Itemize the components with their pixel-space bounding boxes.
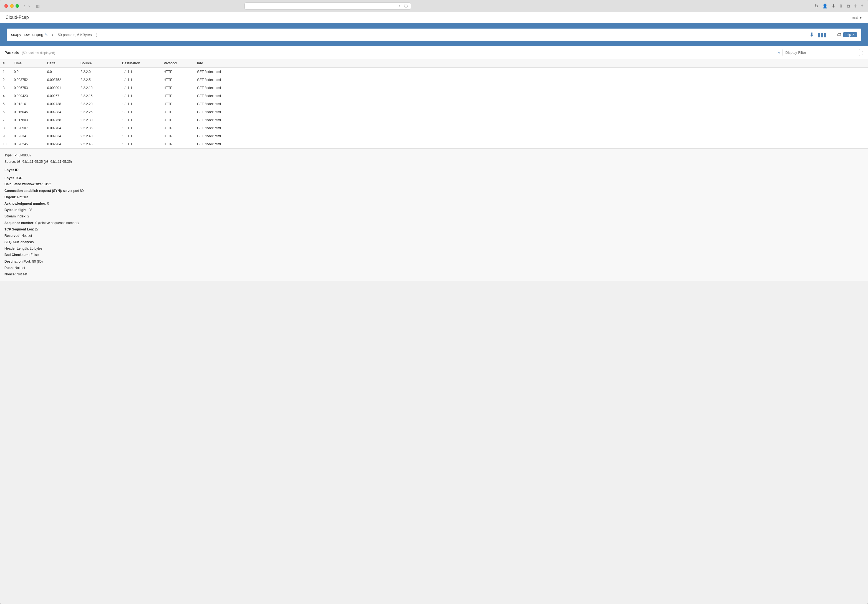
filter-clear-icon[interactable]: 〉 xyxy=(862,50,863,55)
maximize-button[interactable] xyxy=(16,4,19,8)
cell-num: 8 xyxy=(0,124,11,132)
cell-source: 2.2.2.30 xyxy=(78,116,119,124)
reader-view-button[interactable]: ▦ xyxy=(34,3,41,9)
cell-dest: 1.1.1.1 xyxy=(119,116,161,124)
col-header-source: Source xyxy=(78,59,119,68)
field-label: Sequence number: xyxy=(5,221,34,225)
field-value: 80 (80) xyxy=(32,260,43,263)
cell-time: 0.026245 xyxy=(11,140,44,148)
cell-num: 1 xyxy=(0,68,11,76)
tcp-field-row: Acknowledgment number: 0 xyxy=(5,201,863,207)
table-row[interactable]: 2 0.003752 0.003752 2.2.2.5 1.1.1.1 HTTP… xyxy=(0,76,868,84)
field-value: Not set xyxy=(17,272,27,276)
filter-bar: ▿ 〉 xyxy=(778,49,863,56)
field-value: False xyxy=(31,253,39,257)
refresh-icon[interactable]: ↻ xyxy=(398,4,402,8)
table-row[interactable]: 1 0.0 0.0 2.2.2.0 1.1.1.1 HTTP GET /inde… xyxy=(0,68,868,76)
cell-num: 5 xyxy=(0,100,11,108)
reload-icon-btn[interactable]: ↻ xyxy=(814,3,819,9)
cell-proto: HTTP xyxy=(161,132,194,140)
new-tab-button[interactable]: + xyxy=(860,3,863,9)
minimize-button[interactable] xyxy=(10,4,14,8)
cell-proto: HTTP xyxy=(161,68,194,76)
cell-time: 0.017803 xyxy=(11,116,44,124)
close-button[interactable] xyxy=(5,4,8,8)
download-manager-btn[interactable]: ⬇ xyxy=(831,3,836,9)
table-row[interactable]: 3 0.006753 0.003001 2.2.2.10 1.1.1.1 HTT… xyxy=(0,84,868,92)
traffic-lights xyxy=(5,4,19,8)
field-label: Calculated window size: xyxy=(5,182,43,186)
cell-info: GET /index.html xyxy=(194,76,868,84)
chart-icon[interactable]: ▮▮▮ xyxy=(817,31,827,38)
table-row[interactable]: 5 0.012161 0.002738 2.2.2.20 1.1.1.1 HTT… xyxy=(0,100,868,108)
table-row[interactable]: 7 0.017803 0.002758 2.2.2.30 1.1.1.1 HTT… xyxy=(0,116,868,124)
cell-proto: HTTP xyxy=(161,76,194,84)
cell-num: 6 xyxy=(0,108,11,116)
cell-dest: 1.1.1.1 xyxy=(119,84,161,92)
layer-ip-header: Layer IP xyxy=(5,166,863,173)
field-value: 0 xyxy=(47,202,49,205)
cell-time: 0.0 xyxy=(11,68,44,76)
cell-time: 0.023341 xyxy=(11,132,44,140)
cell-info: GET /index.html xyxy=(194,124,868,132)
tcp-field-row: Connection establish request (SYN): serv… xyxy=(5,188,863,194)
cell-num: 4 xyxy=(0,92,11,100)
cell-source: 2.2.2.0 xyxy=(78,68,119,76)
tcp-field-row: TCP Segment Len: 27 xyxy=(5,226,863,233)
cell-dest: 1.1.1.1 xyxy=(119,92,161,100)
eth-type-row: Type: IP (0x0800) xyxy=(5,152,863,159)
cell-delta: 0.002758 xyxy=(44,116,78,124)
field-label: Connection establish request (SYN): xyxy=(5,189,62,193)
table-row[interactable]: 6 0.015045 0.002884 2.2.2.25 1.1.1.1 HTT… xyxy=(0,108,868,116)
url-input[interactable]: localhost xyxy=(248,4,396,8)
field-label: Header Length: xyxy=(5,247,29,250)
cell-proto: HTTP xyxy=(161,140,194,148)
share-btn[interactable]: ⇧ xyxy=(838,3,843,9)
http-tag[interactable]: http ✕ xyxy=(843,32,857,37)
table-header: # Time Delta Source Destination Protocol… xyxy=(0,59,868,68)
back-button[interactable]: ‹ xyxy=(22,3,26,9)
forward-button[interactable]: › xyxy=(27,3,31,9)
filename-text: scapy-new.pcapng xyxy=(11,32,43,37)
cell-time: 0.015045 xyxy=(11,108,44,116)
extensions-btn[interactable]: ⚛ xyxy=(853,3,858,9)
edit-icon[interactable]: ✎ xyxy=(45,33,48,37)
copy-btn[interactable]: ⧉ xyxy=(846,3,851,9)
tag-remove-icon[interactable]: ✕ xyxy=(852,33,855,37)
field-label: Reserved: xyxy=(5,234,20,238)
blue-banner: scapy-new.pcapng ✎ (50 packets, 6 KBytes… xyxy=(0,23,868,46)
table-row[interactable]: 9 0.023341 0.002834 2.2.2.40 1.1.1.1 HTT… xyxy=(0,132,868,140)
field-label: Destination Port: xyxy=(5,260,31,263)
filename-display: scapy-new.pcapng ✎ xyxy=(11,32,48,37)
cell-delta: 0.002904 xyxy=(44,140,78,148)
cell-num: 9 xyxy=(0,132,11,140)
tags-section: 🏷 http ✕ xyxy=(837,32,857,37)
star-icon-btn[interactable]: 👤 xyxy=(822,3,829,9)
cell-dest: 1.1.1.1 xyxy=(119,132,161,140)
display-filter-input[interactable] xyxy=(782,49,860,56)
tcp-field-row: Sequence number: 0 (relative sequence nu… xyxy=(5,220,863,226)
cell-source: 2.2.2.20 xyxy=(78,100,119,108)
filter-icon: ▿ xyxy=(778,51,780,55)
field-label: Stream index: xyxy=(5,215,26,218)
cell-num: 7 xyxy=(0,116,11,124)
detail-section: Type: IP (0x0800) Source: b8:f6:b1:11:65… xyxy=(0,148,868,281)
col-header-num: # xyxy=(0,59,11,68)
table-row[interactable]: 10 0.026245 0.002904 2.2.2.45 1.1.1.1 HT… xyxy=(0,140,868,148)
tcp-field-row: Reserved: Not set xyxy=(5,233,863,239)
field-value: Not set xyxy=(15,266,25,270)
table-row[interactable]: 8 0.020507 0.002704 2.2.2.35 1.1.1.1 HTT… xyxy=(0,124,868,132)
col-header-time: Time xyxy=(11,59,44,68)
cell-info: GET /index.html xyxy=(194,92,868,100)
cell-info: GET /index.html xyxy=(194,84,868,92)
info-icon[interactable]: ⓘ xyxy=(404,4,408,9)
eth-source-row: Source: b8:f6:b1:11:65:35 (b8:f6:b1:11:6… xyxy=(5,159,863,165)
chevron-down-icon: ▼ xyxy=(859,15,862,20)
download-icon[interactable]: ⬇ xyxy=(809,31,814,38)
user-menu[interactable]: mat ▼ xyxy=(852,15,862,20)
tcp-field-row: Bad Checksum: False xyxy=(5,252,863,258)
cell-delta: 0.003752 xyxy=(44,76,78,84)
packets-header: Packets (50 packets displayed) ▿ 〉 xyxy=(0,46,868,59)
packet-count-close: ) xyxy=(96,33,97,37)
table-row[interactable]: 4 0.009423 0.00267 2.2.2.15 1.1.1.1 HTTP… xyxy=(0,92,868,100)
